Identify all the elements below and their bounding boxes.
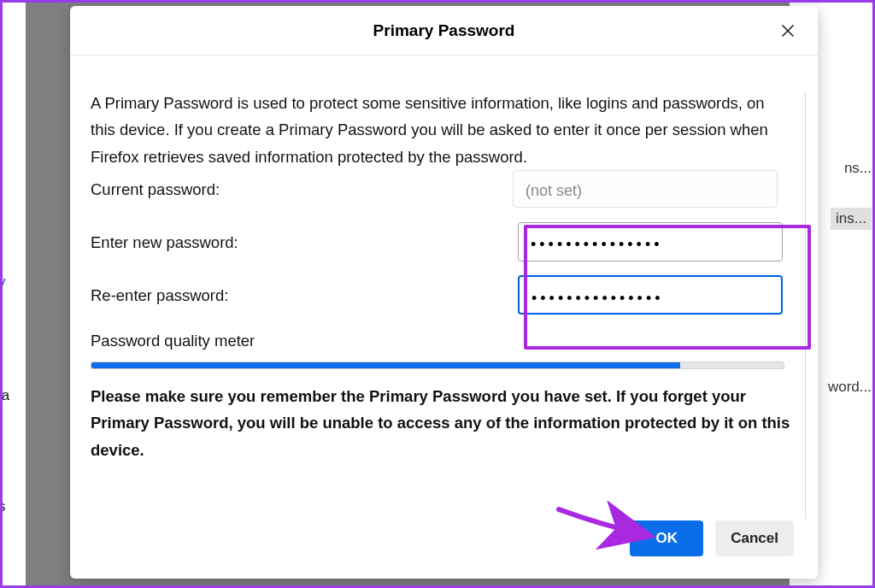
intro-text: A Primary Password is used to protect so… — [91, 90, 791, 170]
bg-right-text: ins... — [831, 208, 872, 230]
scroll-indicator — [805, 91, 806, 519]
dialog-footer: OK Cancel — [70, 520, 818, 579]
bg-right-text: word... — [828, 379, 872, 396]
reenter-password-label: Re-enter password: — [91, 282, 518, 309]
bg-left-text: la — [0, 387, 9, 404]
password-quality-fill — [91, 362, 680, 368]
current-password-field[interactable]: (not set) — [513, 170, 778, 208]
password-quality-label: Password quality meter — [91, 327, 801, 354]
primary-password-dialog: Primary Password A Primary Password is u… — [70, 6, 818, 579]
dialog-header: Primary Password — [70, 6, 818, 56]
dialog-body: A Primary Password is used to protect so… — [70, 56, 818, 520]
bg-left-text: y — [0, 273, 6, 291]
bg-left-text: s — [0, 498, 6, 515]
bg-right-text: ns... — [844, 160, 872, 177]
dialog-title: Primary Password — [373, 21, 515, 40]
close-icon — [780, 23, 796, 38]
close-button[interactable] — [773, 16, 802, 45]
background-left-strip: y la s — [0, 0, 26, 588]
new-password-label: Enter new password: — [91, 229, 518, 256]
new-password-input[interactable]: ••••••••••••••• — [518, 222, 783, 262]
reenter-password-input[interactable]: ••••••••••••••• — [518, 275, 783, 315]
current-password-label: Current password: — [91, 176, 518, 203]
cancel-button[interactable]: Cancel — [715, 520, 794, 556]
password-quality-meter — [91, 362, 784, 369]
warning-text: Please make sure you remember the Primar… — [91, 383, 791, 463]
ok-button[interactable]: OK — [630, 520, 703, 556]
